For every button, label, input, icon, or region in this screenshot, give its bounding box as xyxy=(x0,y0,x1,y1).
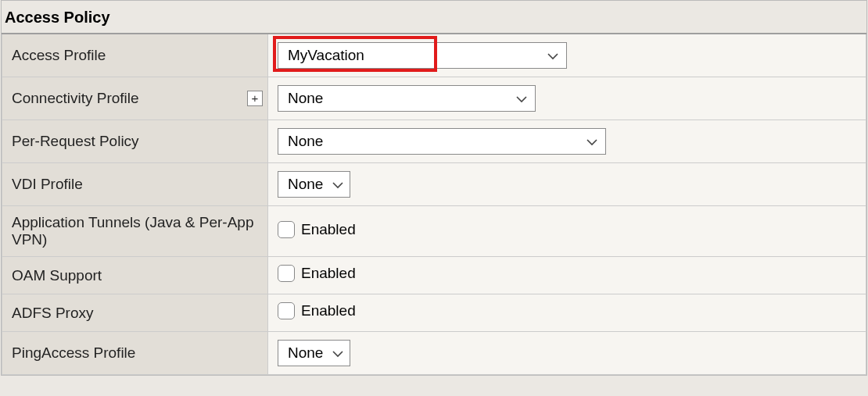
access-policy-panel: Access Policy Access Profile MyVacation … xyxy=(1,0,867,376)
app-tunnels-checkbox[interactable] xyxy=(278,221,295,238)
label-vdi-profile: VDI Profile xyxy=(2,163,268,206)
row-per-request-policy: Per-Request Policy None xyxy=(2,120,866,163)
access-profile-value: MyVacation xyxy=(288,47,364,64)
vdi-profile-select[interactable]: None xyxy=(278,171,350,198)
row-vdi-profile: VDI Profile None xyxy=(2,163,866,206)
label-oam-support: OAM Support xyxy=(2,257,268,294)
label-per-request-policy: Per-Request Policy xyxy=(2,120,268,163)
config-table: Access Profile MyVacation Connectivity P… xyxy=(2,33,866,375)
chevron-down-icon xyxy=(332,176,343,193)
row-pingaccess-profile: PingAccess Profile None xyxy=(2,332,866,375)
row-app-tunnels: Application Tunnels (Java & Per-App VPN)… xyxy=(2,206,866,257)
row-connectivity-profile: Connectivity Profile + None xyxy=(2,77,866,120)
label-access-profile: Access Profile xyxy=(2,34,268,77)
chevron-down-icon xyxy=(516,90,527,107)
connectivity-profile-value: None xyxy=(288,90,323,107)
chevron-down-icon xyxy=(586,133,597,150)
row-oam-support: OAM Support Enabled xyxy=(2,257,866,294)
access-profile-select[interactable]: MyVacation xyxy=(278,42,567,69)
adfs-proxy-checkbox-label: Enabled xyxy=(301,302,356,319)
oam-support-checkbox[interactable] xyxy=(278,265,295,282)
adfs-proxy-checkbox[interactable] xyxy=(278,302,295,319)
vdi-profile-value: None xyxy=(288,176,323,193)
label-pingaccess-profile: PingAccess Profile xyxy=(2,332,268,375)
oam-support-checkbox-label: Enabled xyxy=(301,265,356,282)
label-app-tunnels: Application Tunnels (Java & Per-App VPN) xyxy=(2,206,268,257)
app-tunnels-checkbox-label: Enabled xyxy=(301,221,356,238)
label-connectivity-profile: Connectivity Profile + xyxy=(2,77,268,120)
pingaccess-profile-select[interactable]: None xyxy=(278,340,350,366)
panel-title: Access Policy xyxy=(2,1,866,33)
per-request-policy-value: None xyxy=(288,133,323,150)
label-adfs-proxy: ADFS Proxy xyxy=(2,294,268,332)
chevron-down-icon xyxy=(547,47,558,64)
per-request-policy-select[interactable]: None xyxy=(278,128,606,155)
row-adfs-proxy: ADFS Proxy Enabled xyxy=(2,294,866,332)
pingaccess-profile-value: None xyxy=(288,344,323,362)
row-access-profile: Access Profile MyVacation xyxy=(2,34,866,77)
chevron-down-icon xyxy=(332,344,343,362)
connectivity-profile-select[interactable]: None xyxy=(278,85,536,112)
add-connectivity-profile-button[interactable]: + xyxy=(247,91,263,106)
